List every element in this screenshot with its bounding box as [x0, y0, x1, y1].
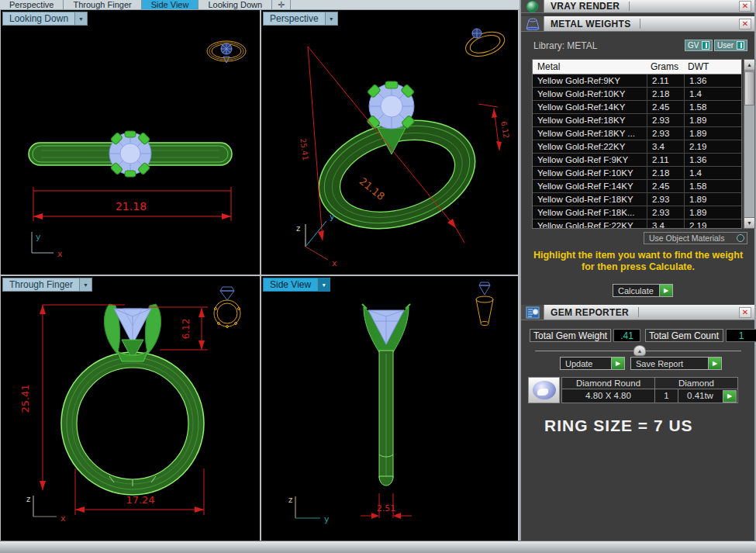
- viewport-area: Perspective Through Finger Side View Loo…: [0, 0, 520, 541]
- dwt-cell: 1.36: [685, 154, 741, 166]
- dwt-cell: 1.36: [685, 74, 741, 87]
- gem-reporter-panel-header[interactable]: GEM REPORTER ✕: [521, 305, 754, 320]
- dwt-cell: 1.4: [685, 88, 741, 100]
- metal-row[interactable]: Yellow Gold-Ref:22KY3.42.19: [533, 140, 741, 154]
- application-window: Perspective Through Finger Side View Loo…: [0, 0, 756, 553]
- dropdown-icon[interactable]: ▼: [325, 12, 337, 25]
- viewport-side-view[interactable]: Side View ▼: [261, 276, 518, 541]
- viewport-perspective[interactable]: Perspective ▼: [261, 10, 518, 275]
- metal-weights-icon: [521, 16, 544, 31]
- svg-text:x: x: [332, 258, 337, 268]
- play-icon[interactable]: ▶: [723, 390, 737, 403]
- gem-table-header: Diamond Round Diamond: [561, 377, 738, 389]
- gv-toggle-button[interactable]: GV: [685, 40, 713, 51]
- save-report-button[interactable]: Save Report ▶: [630, 357, 722, 370]
- tab-looking-down[interactable]: Looking Down: [198, 0, 272, 9]
- diamond-image: [533, 381, 556, 399]
- dimension-label-width: 21.18: [116, 200, 147, 213]
- library-label: Library: METAL: [533, 40, 597, 51]
- tab-perspective[interactable]: Perspective: [0, 0, 64, 9]
- gem-table-row[interactable]: 4.80 X 4.80 1 0.41tw ▶: [561, 389, 738, 403]
- metal-name-cell: Yellow Gold-Ref F:9KY: [533, 154, 647, 166]
- grams-cell: 2.18: [647, 167, 685, 179]
- ring-drawing-perspective: 25.41 21.18 6.12 z y x: [261, 10, 518, 275]
- dropdown-icon[interactable]: ▼: [74, 12, 87, 25]
- grams-cell: 2.93: [647, 193, 685, 206]
- ring-thumbnail-gem: [479, 282, 490, 295]
- dimension-label-head: 6.12: [499, 120, 511, 139]
- metal-weights-table: Metal Grams DWT Yellow Gold-Ref:9KY2.111…: [532, 59, 742, 229]
- total-gem-weight-label: Total Gem Weight: [530, 329, 611, 342]
- metal-row[interactable]: Yellow Gold-Ref F:18K...2.931.89: [533, 206, 741, 219]
- ring-thumbnail-gem: [220, 287, 234, 300]
- ring-drawing-side-view: 2.51 z y: [261, 276, 518, 541]
- calculate-button[interactable]: Calculate ▶: [613, 284, 673, 297]
- metal-row[interactable]: Yellow Gold-Ref F:22KY3.42.19: [533, 219, 741, 229]
- viewport-label-side-view[interactable]: Side View ▼: [263, 278, 330, 292]
- close-icon[interactable]: ✕: [739, 307, 751, 318]
- dimension-label-band-width: 2.51: [377, 503, 396, 513]
- ring-drawing-top-view: 21.18 y x: [1, 10, 260, 275]
- gem-weight-cell: 0.41tw: [678, 389, 722, 403]
- metal-name-cell: Yellow Gold-Ref F:14KY: [533, 180, 647, 192]
- viewport-label-through-finger[interactable]: Through Finger ▼: [2, 278, 92, 292]
- metal-row[interactable]: Yellow Gold-Ref:10KY2.181.4: [533, 88, 741, 101]
- grams-cell: 2.93: [647, 127, 685, 140]
- viewport-through-finger[interactable]: Through Finger ▼: [1, 276, 260, 541]
- viewport-label-perspective[interactable]: Perspective ▼: [263, 12, 338, 26]
- splitter-handle[interactable]: ▲: [633, 345, 646, 356]
- axis-indicator: z y x: [296, 212, 337, 268]
- dropdown-icon[interactable]: ▼: [317, 278, 330, 291]
- ring-thumbnail-icon: [214, 300, 240, 328]
- grams-cell: 2.93: [647, 206, 685, 219]
- metal-row[interactable]: Yellow Gold-Ref F:14KY2.451.58: [533, 180, 741, 193]
- workspace-tabstrip: Perspective Through Finger Side View Loo…: [0, 0, 520, 10]
- axis-indicator: z x: [26, 495, 66, 524]
- gem-report-table: Diamond Round Diamond 4.80 X 4.80 1 0.41…: [561, 377, 738, 403]
- metal-row[interactable]: Yellow Gold-Ref F:9KY2.111.36: [533, 154, 741, 167]
- axis-indicator: y x: [32, 232, 63, 259]
- ring-thumbnail-gem: [472, 29, 482, 38]
- metal-table-header: Metal Grams DWT: [533, 60, 741, 74]
- grams-cell: 2.11: [647, 154, 685, 166]
- metal-row[interactable]: Yellow Gold-Ref F:10KY2.181.4: [533, 167, 741, 180]
- metal-name-cell: Yellow Gold-Ref:9KY: [533, 74, 647, 87]
- tab-through-finger[interactable]: Through Finger: [64, 0, 141, 9]
- metal-row[interactable]: Yellow Gold-Ref:14KY2.451.58: [533, 101, 741, 114]
- close-icon[interactable]: ✕: [739, 1, 751, 12]
- metal-name-cell: Yellow Gold-Ref:22KY: [533, 140, 647, 153]
- total-gem-count-value: 1: [726, 329, 756, 342]
- metal-row[interactable]: Yellow Gold-Ref:9KY2.111.36: [533, 74, 741, 88]
- dimension-label-height: 25.41: [19, 384, 31, 413]
- grams-cell: 2.45: [647, 180, 685, 192]
- metal-table-scrollbar[interactable]: ▲ ▼: [744, 59, 755, 229]
- grams-cell: 3.4: [647, 219, 685, 229]
- update-button[interactable]: Update ▶: [560, 357, 625, 370]
- dwt-cell: 1.58: [685, 180, 741, 192]
- metal-weights-panel-header[interactable]: METAL WEIGHTS ✕: [521, 16, 754, 32]
- dimension-label-height: 25.41: [299, 138, 309, 161]
- metal-row[interactable]: Yellow Gold-Ref:18KY2.931.89: [533, 114, 741, 127]
- new-tab-button[interactable]: ✛: [272, 0, 291, 9]
- viewport-looking-down[interactable]: Looking Down ▼: [1, 10, 260, 275]
- metal-row[interactable]: Yellow Gold-Ref F:18KY2.931.89: [533, 193, 741, 206]
- play-icon: ▶: [659, 285, 672, 296]
- vray-render-panel-header[interactable]: VRAY RENDER ✕: [521, 0, 754, 13]
- user-toggle-button[interactable]: User: [714, 40, 747, 51]
- radio-icon[interactable]: [737, 234, 744, 242]
- dropdown-icon[interactable]: ▼: [79, 278, 91, 291]
- use-object-materials-toggle[interactable]: Use Object Materials: [644, 232, 747, 244]
- tab-side-view[interactable]: Side View: [142, 0, 199, 9]
- scroll-down-icon[interactable]: ▼: [744, 217, 754, 228]
- metal-row[interactable]: Yellow Gold-Ref:18KY ...2.931.89: [533, 127, 741, 140]
- grams-cell: 3.4: [647, 140, 685, 153]
- close-icon[interactable]: ✕: [739, 19, 751, 29]
- metal-name-cell: Yellow Gold-Ref:14KY: [533, 101, 647, 113]
- scrollbar-thumb[interactable]: [744, 71, 754, 105]
- viewport-label-looking-down[interactable]: Looking Down ▼: [2, 12, 88, 26]
- metal-name-cell: Yellow Gold-Ref:18KY: [533, 114, 647, 126]
- toggle-indicator-icon: [702, 41, 709, 50]
- scroll-up-icon[interactable]: ▲: [744, 60, 754, 71]
- gem-count-cell: 1: [655, 389, 678, 403]
- metal-name-cell: Yellow Gold-Ref F:22KY: [533, 219, 647, 229]
